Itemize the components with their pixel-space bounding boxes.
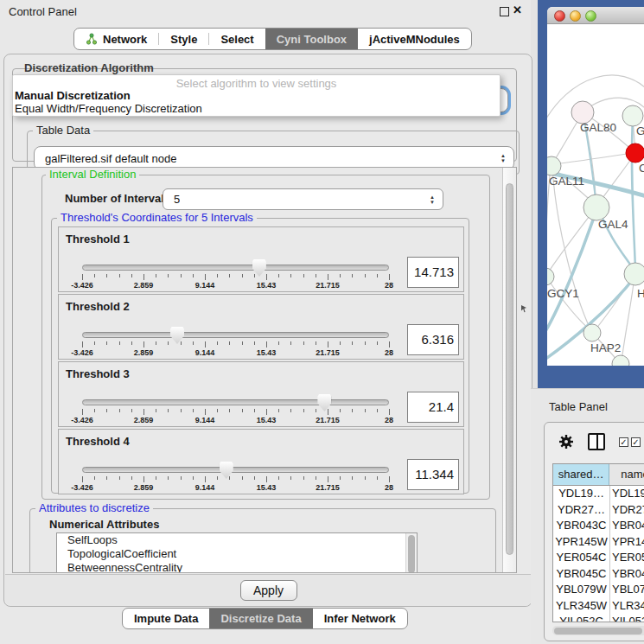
tick-mark [106,476,107,480]
network-node[interactable] [583,324,601,341]
tab-infer-network[interactable]: Infer Network [313,609,407,628]
cell-shared-name[interactable]: YBR045C [553,566,610,583]
network-canvas[interactable]: GAL80GACGAL11GAL4GCY1HHAP2 [547,24,644,366]
close-icon[interactable]: ✕ [513,3,522,16]
tick-mark [254,409,255,412]
slider-thumb[interactable] [170,327,184,344]
network-node[interactable] [583,194,609,220]
threshold-slider[interactable]: -3.4262.8599.14415.4321.71528 [82,395,389,426]
network-edge[interactable] [547,209,595,274]
network-edge[interactable] [599,156,634,203]
network-edge[interactable] [554,153,634,164]
tab-jactivemnodules[interactable]: jActiveMNodules [358,29,471,49]
minimize-traffic-light-icon[interactable] [570,10,581,22]
column-header-name[interactable]: name [609,464,644,485]
dropdown-option-manual[interactable]: Manual Discretization [13,89,500,102]
float-icon[interactable] [500,7,509,16]
table-row[interactable]: YIL052CYIL052C [553,614,644,622]
threshold-value-field[interactable]: 6.316 [407,324,459,355]
cell-shared-name[interactable]: YDL19… [553,486,610,502]
group-title: Interval Definition [46,168,139,181]
cell-name[interactable]: YDR27 [610,502,644,519]
threshold-value-field[interactable]: 14.713 [407,257,459,288]
tick-mark [205,409,206,415]
tick-mark [389,341,390,348]
tab-impute-data[interactable]: Impute Data [123,609,209,628]
tick-mark [168,476,169,480]
tick-mark [352,341,353,345]
slider-track[interactable] [82,399,389,405]
cell-name[interactable]: YBL079W [610,582,644,598]
number-of-intervals-select[interactable]: 5 ▲ ▼ [163,188,443,210]
cell-shared-name[interactable]: YPR145W [553,534,610,551]
tab-network[interactable]: Network [74,29,158,49]
threshold-value-field[interactable]: 21.4 [407,392,459,423]
table-row[interactable]: YDL19…YDL19 [553,486,644,502]
cell-name[interactable]: YIL052C [610,614,644,622]
tick-mark [389,409,390,415]
table-row[interactable]: YPR145WYPR145W [553,534,644,551]
tab-style[interactable]: Style [159,29,208,49]
dropdown-option-equal-width[interactable]: Equal Width/Frequency Discretization [13,102,500,115]
scrollbar-thumb[interactable] [408,535,415,573]
tick-mark [229,274,230,277]
threshold-slider[interactable]: -3.4262.8599.14415.4321.71528 [82,328,389,359]
tick-mark [389,476,390,482]
table-row[interactable]: YDR27…YDR27 [553,502,644,519]
close-traffic-light-icon[interactable] [554,10,565,22]
cell-name[interactable]: YBR045C [610,566,644,583]
table-row[interactable]: YBR043CYBR043C [553,518,644,534]
gear-icon[interactable] [558,434,574,453]
horizontal-scrollbar[interactable] [552,626,644,635]
network-node[interactable] [622,105,643,126]
vertical-scrollbar[interactable] [502,168,516,572]
tab-select[interactable]: Select [209,29,265,49]
column-header-shared-name[interactable]: shared… [553,464,609,485]
tick-mark [217,341,218,345]
threshold-slider[interactable]: -3.4262.8599.14415.4321.71528 [82,462,389,494]
scrollbar-thumb[interactable] [506,183,513,555]
network-edge[interactable] [547,210,596,337]
slider-track[interactable] [82,265,389,271]
cell-shared-name[interactable]: YBL079W [553,582,610,598]
list-item[interactable]: TopologicalCoefficient [57,547,417,561]
cell-shared-name[interactable]: YDR27… [553,502,610,519]
network-node[interactable] [547,268,554,285]
tab-cyni-toolbox[interactable]: Cyni Toolbox [265,29,358,49]
table-row[interactable]: YLR345WYLR345W [553,598,644,615]
cell-shared-name[interactable]: YLR345W [553,598,610,615]
cell-name[interactable]: YLR345W [610,598,644,615]
threshold-value-field[interactable]: 11.344 [407,459,459,490]
cell-shared-name[interactable]: YBR043C [553,518,610,534]
network-node[interactable] [626,143,644,163]
network-window-titlebar[interactable] [547,7,644,24]
tick-mark [242,409,243,412]
tab-discretize-data[interactable]: Discretize Data [209,609,312,628]
network-edge[interactable] [547,175,550,270]
list-item[interactable]: BetweennessCentrality [57,561,417,573]
column-layout-icon[interactable] [588,433,605,450]
list-item[interactable]: SelfLoops [57,533,417,547]
network-node[interactable] [624,263,644,285]
tick-mark [377,341,378,345]
apply-button[interactable]: Apply [240,580,297,601]
scrollbar-thumb[interactable] [554,628,642,634]
slider-track[interactable] [82,467,389,473]
table-row[interactable]: YER054CYER054C [553,550,644,566]
list-scrollbar[interactable] [405,533,417,573]
cell-name[interactable]: YPR145W [610,534,644,551]
table-row[interactable]: YBL079WYBL079W [553,582,644,598]
select-columns-icon[interactable]: ✓ ✓ [619,437,641,447]
cell-name[interactable]: YBR043C [610,518,644,534]
cell-name[interactable]: YER054C [610,550,644,566]
slider-track[interactable] [82,332,389,338]
threshold-slider[interactable]: -3.4262.8599.14415.4321.71528 [82,260,389,291]
cell-shared-name[interactable]: YIL052C [553,614,610,622]
cell-name[interactable]: YDL19 [610,486,644,502]
slider-thumb[interactable] [220,462,233,479]
table-row[interactable]: YBR045CYBR045C [553,566,644,583]
cell-shared-name[interactable]: YER054C [553,550,610,566]
zoom-traffic-light-icon[interactable] [585,10,596,22]
tick-mark [328,476,328,482]
slider-thumb[interactable] [317,394,331,411]
